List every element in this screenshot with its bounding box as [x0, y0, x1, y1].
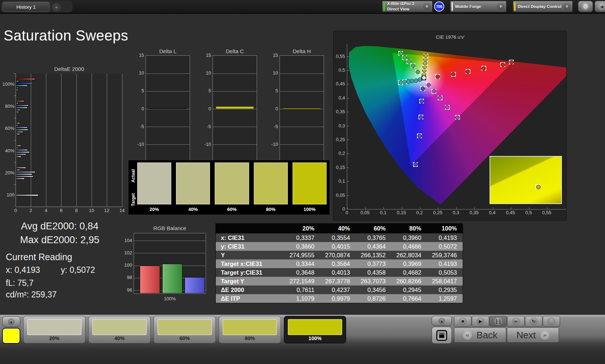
row-label: Y: [216, 252, 285, 259]
pattern-button-60%[interactable]: 60%: [154, 316, 216, 343]
deltae2000-plot-area: [16, 73, 122, 207]
gridline: [122, 73, 122, 207]
row-label: Target y:CIE31: [216, 269, 285, 276]
table-cell: 0,2935: [427, 287, 463, 293]
color-swatch: [215, 162, 249, 204]
axis-tick: [347, 168, 349, 168]
axis-tick: [14, 73, 16, 74]
pattern-button-100%[interactable]: 100%: [284, 316, 346, 343]
add-tab-button[interactable]: +: [52, 3, 60, 11]
bar: [16, 100, 24, 102]
display-control-name: Direct Display Control: [518, 4, 562, 9]
table-cell: 0,3969: [391, 261, 427, 267]
x-tick-label: 14: [117, 208, 127, 213]
deltae2000-chart: DeltaE 2000 02468101214 100%80%60%40%20%…: [7, 66, 124, 215]
column-header: 60%: [356, 225, 391, 232]
current-fl-value: fL: 75,7: [6, 278, 34, 288]
back-button[interactable]: « Back: [454, 327, 506, 343]
pattern-window-button[interactable]: [432, 327, 452, 344]
measured-point-marker: [417, 134, 422, 138]
chart-title: DeltaE 2000: [16, 66, 123, 72]
pattern-button-20%[interactable]: 20%: [23, 316, 85, 343]
bar: [16, 175, 33, 177]
x-tick-label: 0,55: [539, 210, 554, 215]
table-cell: 0,4013: [320, 269, 356, 276]
bar: [16, 107, 28, 109]
source-status-stripe: [451, 2, 453, 11]
meter-selector[interactable]: X-Rite i1Pro 3 Direct View ▼: [382, 1, 433, 12]
table-cell: 260,8266: [391, 278, 427, 285]
table-cell: 259,3746: [427, 252, 463, 259]
axis-tick: [493, 207, 493, 209]
swatch-label: 40%: [176, 204, 210, 214]
measured-point-marker: [421, 86, 425, 91]
x-tick-label: 0,5: [521, 210, 536, 215]
pattern-source-selector[interactable]: Mobile Forge ▼: [450, 1, 507, 12]
play-button[interactable]: ▶: [472, 316, 489, 327]
x-tick-label: 0,2: [412, 210, 427, 215]
collapse-panel-button[interactable]: ◀: [595, 1, 605, 12]
pattern-color-swatch: [157, 319, 212, 335]
single-button[interactable]: [·]: [490, 316, 507, 327]
table-cell: 0,4237: [320, 287, 356, 293]
table-row: Target x:CIE310,33440,35640,37730,39690,…: [216, 259, 463, 268]
row-label: Target Y: [216, 278, 285, 285]
swatch-label: 20%: [137, 204, 171, 214]
axis-tick: [474, 207, 475, 209]
tab-history-1[interactable]: History 1: [3, 2, 50, 12]
bar: [283, 108, 321, 109]
x-tick-label: 4: [41, 208, 51, 213]
y-category-label: 100: [0, 192, 14, 198]
x-tick-label: 12: [102, 208, 112, 213]
expand-pattern-list-button[interactable]: ▲: [2, 316, 20, 327]
stop-button[interactable]: ■: [454, 316, 471, 327]
axis-tick: [347, 195, 349, 196]
row-label: ΔE ITP: [216, 295, 285, 302]
axis-tick: [14, 96, 16, 96]
table-row: ΔE 20000,76110,42370,34560,29450,2935: [216, 285, 463, 294]
y-tick-label: 5: [134, 88, 144, 93]
rgb-balance-chart: RGB Balance 100% 1041021009896: [121, 225, 211, 305]
meter-status-stripe: [383, 2, 385, 11]
chevron-up-icon: ▲: [8, 318, 14, 325]
play-icon: ▶: [476, 317, 484, 325]
pattern-button-label: 80%: [219, 335, 281, 341]
measurement-table: 20%40%60%80%100%x: CIE310,33370,35540,37…: [215, 223, 463, 303]
axis-tick: [14, 162, 16, 162]
next-button[interactable]: Next »: [507, 327, 559, 343]
pattern-button-80%[interactable]: 80%: [219, 316, 281, 343]
pattern-button-40%[interactable]: 40%: [88, 316, 151, 343]
y-tick-label: 0: [268, 106, 278, 111]
window-icon: [436, 330, 447, 341]
gridline: [280, 91, 324, 92]
bar: [149, 108, 187, 109]
table-cell: 258,0417: [427, 278, 463, 285]
table-cell: 0,5072: [427, 243, 463, 250]
continuous-button[interactable]: ∞: [507, 316, 525, 327]
refresh-button[interactable]: ↻: [525, 316, 542, 327]
display-control-selector[interactable]: Direct Display Control ▼: [513, 1, 573, 12]
x-tick-label: 0,35: [467, 210, 481, 215]
table-cell: 0,3648: [285, 269, 320, 276]
y-tick-label: 0,55: [334, 54, 345, 59]
bar: [16, 122, 20, 124]
bar: [16, 167, 26, 169]
y-tick-label: 5: [268, 88, 278, 93]
current-y-value: y: 0,5072: [61, 265, 95, 275]
y-tick-label: 0,45: [334, 81, 345, 86]
blank-button[interactable]: [543, 316, 560, 327]
expand-transport-button[interactable]: ▲: [432, 316, 452, 326]
bar: [16, 133, 20, 135]
table-header-row: 20%40%60%80%100%: [216, 224, 463, 233]
bar: [16, 173, 32, 175]
y-tick-label: 100: [121, 262, 132, 268]
table-cell: 0,3765: [356, 234, 391, 241]
settings-button[interactable]: ⚙: [578, 1, 593, 12]
current-color-button[interactable]: [2, 328, 20, 344]
bar: [16, 156, 21, 157]
pattern-button-label: 100%: [284, 335, 346, 341]
axis-tick: [547, 207, 547, 209]
meter-badge[interactable]: 706: [434, 1, 444, 12]
swatch-column: 100%: [293, 162, 327, 214]
axis-tick: [529, 207, 529, 209]
